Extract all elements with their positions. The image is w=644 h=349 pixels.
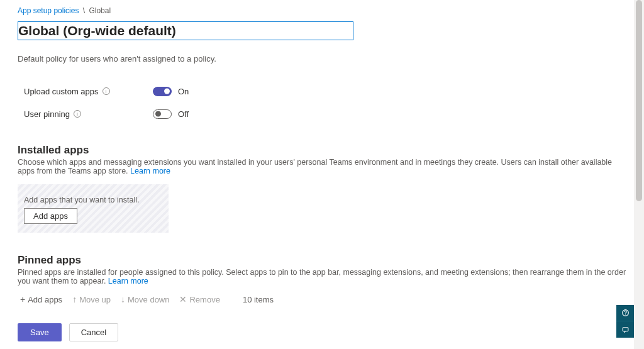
messaging-column: ✓ Messaging extensions i Approvals ═: [200, 311, 326, 311]
svg-point-1: [625, 314, 625, 315]
label-text: Move down: [128, 295, 169, 304]
label-text: Add apps: [28, 295, 62, 304]
install-apps-panel: Add apps that you want to install. Add a…: [18, 184, 169, 233]
vertical-scrollbar[interactable]: [634, 0, 644, 349]
add-installed-apps-button[interactable]: Add apps: [24, 208, 77, 224]
policy-edit-page: App setup policies \ Global Global (Org-…: [0, 0, 644, 311]
help-side-tabs: [616, 305, 634, 338]
toggle-state-text: Off: [178, 109, 189, 119]
user-pinning-row: User pinning i Off: [24, 105, 623, 123]
arrow-down-icon: ↓: [121, 294, 125, 304]
messaging-header: ✓ Messaging extensions i: [200, 311, 326, 311]
label-text: Upload custom apps: [24, 87, 99, 96]
policy-description: Default policy for users who aren't assi…: [18, 54, 629, 64]
plus-icon: +: [20, 294, 25, 304]
meeting-column: ✓ Meeting extensions i i No pinned apps: [338, 311, 464, 311]
svg-rect-2: [623, 327, 628, 331]
pinned-toolbar: + Add apps ↑ Move up ↓ Move down ✕ Remov…: [20, 294, 629, 304]
pinned-apps-title: Pinned apps: [18, 254, 629, 267]
breadcrumb-root-link[interactable]: App setup policies: [18, 6, 79, 15]
info-icon[interactable]: i: [74, 110, 81, 118]
toggle-state-text: On: [178, 87, 189, 96]
user-pinning-toggle[interactable]: [153, 109, 172, 119]
move-down-button[interactable]: ↓ Move down: [121, 294, 169, 304]
breadcrumb-current: Global: [89, 6, 111, 15]
save-button[interactable]: Save: [18, 323, 62, 341]
footer-actions: Save Cancel: [0, 315, 634, 349]
help-tab[interactable]: [616, 305, 634, 321]
app-bar-header: ✓ App bar i: [62, 311, 187, 311]
policy-title-edit[interactable]: Global (Org-wide default): [18, 21, 353, 40]
breadcrumb-separator: \: [83, 6, 85, 15]
pinned-item-count: 10 items: [243, 295, 274, 304]
policy-title: Global (Org-wide default): [18, 23, 176, 38]
install-hint: Add apps that you want to install.: [24, 196, 162, 204]
arrow-up-icon: ↑: [72, 294, 77, 304]
row-num-column: 1: [18, 311, 49, 311]
cancel-button[interactable]: Cancel: [69, 323, 118, 341]
user-pinning-label: User pinning i: [24, 109, 153, 119]
app-bar-column: ✓ App bar i Activity ═: [62, 311, 187, 311]
installed-apps-desc: Choose which apps and messaging extensio…: [18, 158, 629, 175]
installed-apps-title: Installed apps: [18, 144, 629, 157]
label-text: User pinning: [24, 109, 70, 119]
info-icon[interactable]: i: [103, 87, 110, 95]
pinned-apps-desc: Pinned apps are installed for people ass…: [18, 268, 629, 285]
feedback-tab[interactable]: [616, 321, 634, 338]
move-up-button[interactable]: ↑ Move up: [72, 294, 111, 304]
label-text: Remove: [189, 295, 219, 304]
installed-learn-more-link[interactable]: Learn more: [130, 167, 170, 175]
upload-custom-apps-row: Upload custom apps i On: [24, 82, 623, 100]
label-text: Move up: [79, 295, 111, 304]
add-pinned-apps-button[interactable]: + Add apps: [20, 294, 62, 304]
upload-custom-apps-label: Upload custom apps i: [24, 87, 153, 96]
pinned-apps-grid: 1 ✓ App bar i Activity ═ ✓ Messaging ext…: [18, 311, 629, 311]
pinned-learn-more-link[interactable]: Learn more: [108, 277, 148, 285]
breadcrumb: App setup policies \ Global: [18, 6, 629, 15]
desc-text: Choose which apps and messaging extensio…: [18, 158, 612, 175]
remove-button[interactable]: ✕ Remove: [179, 294, 219, 304]
upload-custom-apps-toggle[interactable]: [153, 87, 172, 96]
close-icon: ✕: [179, 294, 187, 304]
